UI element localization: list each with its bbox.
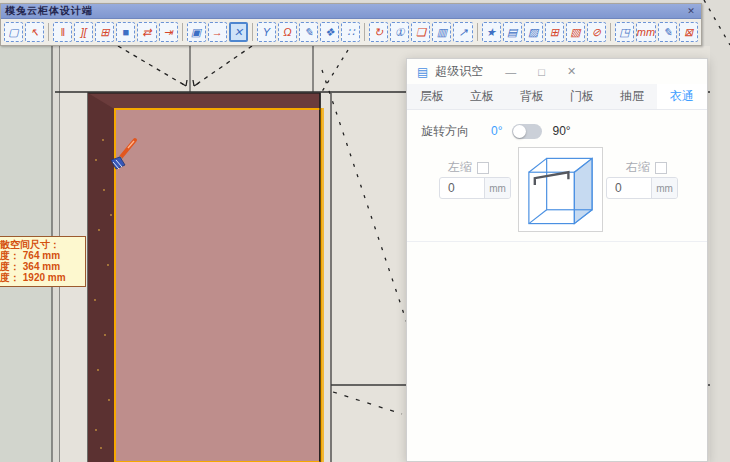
- fill-panel-icon[interactable]: ■: [116, 22, 135, 42]
- right-shrink-input[interactable]: 0 mm: [606, 177, 678, 199]
- tab-chouti[interactable]: 抽屉: [607, 84, 657, 109]
- clothes-rail: [535, 172, 569, 185]
- toolbar-title-text: 模兔云柜体设计端: [5, 4, 93, 18]
- select-cursor-icon[interactable]: ↖: [25, 22, 44, 42]
- application-screen: 模兔云柜体设计端 ✕ ▢↖‖][⊞■⇄⇥▣→✕YΩ✎❖∷↻①❏▥↗★▤▨⊞▧⊘◳…: [0, 0, 730, 462]
- component-settings-icon[interactable]: ❖: [320, 22, 339, 42]
- rotation-toggle[interactable]: [512, 124, 542, 139]
- clipboard-edit-icon[interactable]: ▤: [503, 22, 522, 42]
- tab-beiban[interactable]: 背板: [507, 84, 557, 109]
- curtain-edit-icon[interactable]: ▨: [524, 22, 543, 42]
- paint-brush-icon[interactable]: ✎: [299, 22, 318, 42]
- hatch-delete-icon[interactable]: ⊘: [587, 22, 606, 42]
- rotate-circle-icon[interactable]: ↻: [369, 22, 388, 42]
- cabinet-back-panel[interactable]: [116, 110, 319, 462]
- split-bracket-icon[interactable]: ][: [74, 22, 93, 42]
- section-divider: [407, 241, 707, 242]
- toolbar-window: 模兔云柜体设计端 ✕ ▢↖‖][⊞■⇄⇥▣→✕YΩ✎❖∷↻①❏▥↗★▤▨⊞▧⊘◳…: [0, 3, 702, 46]
- toggle-knob: [513, 125, 526, 138]
- document-icon: ▤: [417, 65, 428, 79]
- hatch-disable-icon[interactable]: ▧: [566, 22, 585, 42]
- tab-yitong[interactable]: 衣通: [657, 84, 707, 109]
- toolbar-close-icon[interactable]: ✕: [685, 6, 697, 16]
- left-shrink-input[interactable]: 0 mm: [439, 177, 511, 199]
- space-size-tooltip: 散空间尺寸：度： 764 mm度： 364 mm度： 1920 mm: [0, 236, 86, 287]
- right-shrink-label-row: 右缩: [626, 159, 667, 176]
- left-shrink-unit: mm: [484, 178, 510, 198]
- group-dots-icon[interactable]: ∷: [341, 22, 360, 42]
- measure-mm-icon[interactable]: mm: [636, 22, 656, 42]
- slash-remove-icon[interactable]: ⊠: [679, 22, 698, 42]
- rotation-90-option[interactable]: 90°: [552, 124, 570, 138]
- minimize-icon[interactable]: —: [505, 66, 516, 78]
- dialog-header[interactable]: ▤ 超级识空 — □ ✕: [407, 59, 707, 84]
- magnet-icon[interactable]: Ω: [278, 22, 297, 42]
- cube-rail-diagram: [519, 148, 602, 232]
- left-shrink-label-row: 左缩: [448, 159, 489, 176]
- dialog-tab-bar: 层板立板背板门板抽屉衣通: [407, 84, 707, 110]
- left-shrink-checkbox[interactable]: [477, 162, 489, 174]
- right-shrink-unit: mm: [651, 178, 677, 198]
- wardrobe-rail-preview: [518, 147, 603, 232]
- select-region-icon[interactable]: ▢: [4, 22, 23, 42]
- close-icon[interactable]: ✕: [567, 65, 576, 78]
- resize-corners-icon[interactable]: ▣: [187, 22, 206, 42]
- toolbar-titlebar[interactable]: 模兔云柜体设计端 ✕: [1, 4, 701, 19]
- rotation-0-option[interactable]: 0°: [491, 124, 502, 138]
- selection-expand-icon[interactable]: ◳: [615, 22, 634, 42]
- axis-hexagon-icon[interactable]: Y: [257, 22, 276, 42]
- gear-number-icon[interactable]: ①: [390, 22, 409, 42]
- right-shrink-value[interactable]: 0: [607, 178, 651, 198]
- rotation-label: 旋转方向: [421, 123, 469, 140]
- expand-arrow-icon[interactable]: ↗: [453, 22, 472, 42]
- shrink-section: 左缩 0 mm 右缩: [407, 141, 707, 241]
- grid-cells-icon[interactable]: ⊞: [95, 22, 114, 42]
- tab-menban[interactable]: 门板: [557, 84, 607, 109]
- overlap-squares-icon[interactable]: ❏: [411, 22, 430, 42]
- tab-liban[interactable]: 立板: [457, 84, 507, 109]
- delete-cross-panel-icon[interactable]: ✕: [229, 22, 248, 42]
- dialog-title: 超级识空: [435, 63, 483, 80]
- toolbar-icon-row: ▢↖‖][⊞■⇄⇥▣→✕YΩ✎❖∷↻①❏▥↗★▤▨⊞▧⊘◳mm✎⊠: [1, 19, 701, 45]
- right-shrink-checkbox[interactable]: [655, 162, 667, 174]
- split-vertical-icon[interactable]: ‖: [53, 22, 72, 42]
- left-shrink-value[interactable]: 0: [440, 178, 484, 198]
- side-panel-icon[interactable]: ▥: [432, 22, 451, 42]
- move-right-panel-icon[interactable]: →: [208, 22, 227, 42]
- super-space-dialog: ▤ 超级识空 — □ ✕ 层板立板背板门板抽屉衣通 旋转方向 0° 90° 左缩…: [406, 58, 708, 462]
- merge-panels-icon[interactable]: ⇥: [159, 22, 178, 42]
- magic-select-icon[interactable]: ★: [482, 22, 501, 42]
- tab-cengban[interactable]: 层板: [407, 84, 457, 109]
- cabinet-left-side: [88, 93, 116, 462]
- clean-brush-icon[interactable]: ✎: [658, 22, 677, 42]
- grid-remove-icon[interactable]: ⊞: [545, 22, 564, 42]
- swap-hexagon-icon[interactable]: ⇄: [137, 22, 156, 42]
- maximize-icon[interactable]: □: [538, 66, 545, 78]
